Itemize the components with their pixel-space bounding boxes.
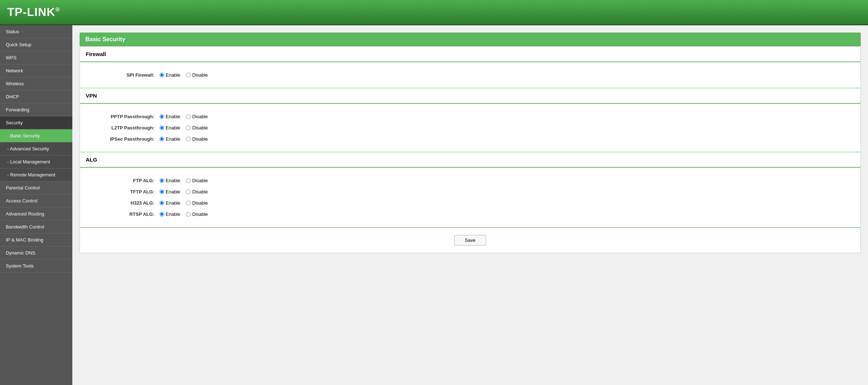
radio-label-disable: Disable [192, 114, 208, 119]
field-controls-alg-1: EnableDisable [159, 189, 208, 194]
radio-option-disable[interactable]: Disable [186, 200, 208, 206]
sidebar-item-advanced-routing[interactable]: Advanced Routing [0, 208, 72, 221]
radio-input-disable[interactable] [186, 114, 191, 119]
sidebar-item-security[interactable]: Security [0, 116, 72, 129]
form-row-alg-1: TFTP ALG:EnableDisable [94, 186, 846, 197]
radio-label-enable: Enable [166, 200, 180, 206]
radio-input-enable[interactable] [159, 201, 164, 205]
field-label-alg-3: RTSP ALG: [94, 211, 159, 217]
logo-text: TP-LINK [7, 5, 55, 18]
radio-input-enable[interactable] [159, 114, 164, 119]
sidebar-item-dhcp[interactable]: DHCP [0, 90, 72, 103]
radio-input-enable[interactable] [159, 137, 164, 141]
sidebar-item-wps[interactable]: WPS [0, 51, 72, 64]
radio-option-disable[interactable]: Disable [186, 189, 208, 194]
field-label-vpn-1: L2TP Passthrough: [94, 125, 159, 131]
section-body-firewall: SPI Firewall:EnableDisable [80, 62, 860, 88]
save-button[interactable]: Save [454, 235, 486, 245]
radio-input-disable[interactable] [186, 189, 191, 194]
section-alg: ALGFTP ALG:EnableDisableTFTP ALG:EnableD… [80, 152, 860, 227]
radio-option-enable[interactable]: Enable [159, 178, 180, 183]
radio-label-enable: Enable [166, 125, 180, 131]
field-label-firewall-0: SPI Firewall: [94, 72, 159, 78]
content-area: Basic Security FirewallSPI Firewall:Enab… [72, 25, 868, 385]
page-title: Basic Security [80, 33, 861, 46]
radio-input-disable[interactable] [186, 212, 191, 217]
radio-label-enable: Enable [166, 211, 180, 217]
form-row-vpn-1: L2TP Passthrough:EnableDisable [94, 122, 846, 133]
radio-option-disable[interactable]: Disable [186, 114, 208, 119]
radio-option-enable[interactable]: Enable [159, 211, 180, 217]
field-controls-firewall-0: EnableDisable [159, 72, 208, 78]
field-controls-vpn-2: EnableDisable [159, 136, 208, 142]
sidebar-item-status[interactable]: Status [0, 25, 72, 38]
radio-option-enable[interactable]: Enable [159, 114, 180, 119]
sidebar-item-forwarding[interactable]: Forwarding [0, 103, 72, 116]
form-row-vpn-0: PPTP Passthrough:EnableDisable [94, 111, 846, 122]
sidebar-item-advanced-security[interactable]: - Advanced Security [0, 142, 72, 155]
radio-option-enable[interactable]: Enable [159, 72, 180, 78]
section-heading-vpn: VPN [80, 88, 860, 104]
section-heading-alg: ALG [80, 152, 860, 168]
field-label-vpn-2: IPSec Passthrough: [94, 136, 159, 142]
radio-option-enable[interactable]: Enable [159, 136, 180, 142]
radio-option-disable[interactable]: Disable [186, 211, 208, 217]
sidebar-item-local-management[interactable]: - Local Management [0, 155, 72, 168]
radio-option-enable[interactable]: Enable [159, 125, 180, 131]
form-row-alg-3: RTSP ALG:EnableDisable [94, 209, 846, 220]
radio-input-disable[interactable] [186, 178, 191, 183]
form-row-firewall-0: SPI Firewall:EnableDisable [94, 69, 846, 81]
radio-input-enable[interactable] [159, 189, 164, 194]
field-controls-alg-2: EnableDisable [159, 200, 208, 206]
section-firewall: FirewallSPI Firewall:EnableDisable [80, 47, 860, 88]
radio-input-disable[interactable] [186, 201, 191, 205]
radio-label-disable: Disable [192, 178, 208, 183]
sidebar-item-network[interactable]: Network [0, 64, 72, 77]
section-vpn: VPNPPTP Passthrough:EnableDisableL2TP Pa… [80, 88, 860, 152]
sidebar-item-ip-mac-binding[interactable]: IP & MAC Binding [0, 234, 72, 247]
radio-label-enable: Enable [166, 189, 180, 194]
radio-input-enable[interactable] [159, 178, 164, 183]
form-row-alg-2: H323 ALG:EnableDisable [94, 197, 846, 209]
field-controls-vpn-1: EnableDisable [159, 125, 208, 131]
radio-input-enable[interactable] [159, 125, 164, 130]
radio-label-enable: Enable [166, 72, 180, 78]
main-layout: StatusQuick SetupWPSNetworkWirelessDHCPF… [0, 25, 868, 385]
radio-option-disable[interactable]: Disable [186, 178, 208, 183]
radio-option-disable[interactable]: Disable [186, 125, 208, 131]
sidebar-item-remote-management[interactable]: - Remote Management [0, 168, 72, 181]
radio-option-disable[interactable]: Disable [186, 136, 208, 142]
radio-label-disable: Disable [192, 125, 208, 131]
radio-label-disable: Disable [192, 136, 208, 142]
radio-label-enable: Enable [166, 114, 180, 119]
sidebar-item-system-tools[interactable]: System Tools [0, 260, 72, 273]
sidebar-item-wireless[interactable]: Wireless [0, 77, 72, 90]
field-controls-alg-0: EnableDisable [159, 178, 208, 183]
field-label-vpn-0: PPTP Passthrough: [94, 114, 159, 119]
sidebar: StatusQuick SetupWPSNetworkWirelessDHCPF… [0, 25, 72, 385]
radio-input-disable[interactable] [186, 73, 191, 77]
field-controls-vpn-0: EnableDisable [159, 114, 208, 119]
radio-input-disable[interactable] [186, 125, 191, 130]
radio-option-enable[interactable]: Enable [159, 200, 180, 206]
sidebar-item-parental-control[interactable]: Parental Control [0, 181, 72, 194]
sidebar-item-basic-security[interactable]: - Basic Security [0, 129, 72, 142]
radio-label-disable: Disable [192, 72, 208, 78]
radio-option-disable[interactable]: Disable [186, 72, 208, 78]
field-controls-alg-3: EnableDisable [159, 211, 208, 217]
radio-option-enable[interactable]: Enable [159, 189, 180, 194]
form-row-vpn-2: IPSec Passthrough:EnableDisable [94, 133, 846, 145]
radio-label-disable: Disable [192, 189, 208, 194]
radio-label-enable: Enable [166, 136, 180, 142]
sidebar-item-dynamic-dns[interactable]: Dynamic DNS [0, 247, 72, 260]
radio-label-disable: Disable [192, 211, 208, 217]
save-row: Save [80, 227, 861, 253]
radio-input-disable[interactable] [186, 137, 191, 141]
radio-input-enable[interactable] [159, 212, 164, 217]
sidebar-item-access-control[interactable]: Access Control [0, 194, 72, 208]
field-label-alg-2: H323 ALG: [94, 200, 159, 206]
sidebar-item-quick-setup[interactable]: Quick Setup [0, 38, 72, 51]
radio-input-enable[interactable] [159, 73, 164, 77]
field-label-alg-0: FTP ALG: [94, 178, 159, 183]
sidebar-item-bandwidth-control[interactable]: Bandwidth Control [0, 221, 72, 234]
